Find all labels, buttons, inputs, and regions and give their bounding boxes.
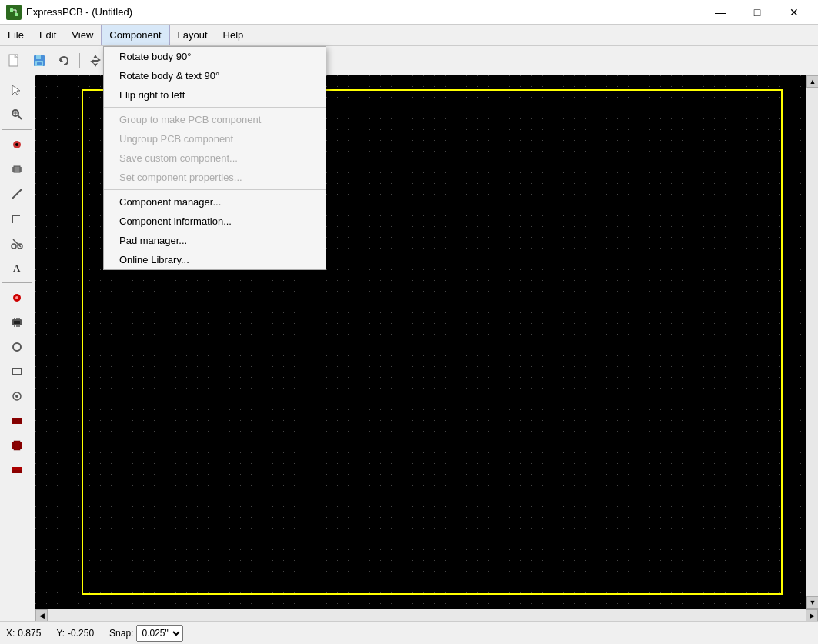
svg-rect-1 — [10, 8, 13, 12]
tool-ic[interactable] — [2, 158, 32, 181]
tool-layer2[interactable] — [2, 434, 32, 457]
svg-point-19 — [15, 143, 18, 146]
menu-online-library[interactable]: Online Library... — [104, 250, 326, 269]
scroll-right-button[interactable]: ▶ — [806, 609, 818, 622]
left-sep-2 — [2, 282, 32, 283]
y-label: Y: — [56, 628, 65, 639]
svg-marker-13 — [12, 85, 20, 95]
dropdown-sep-2 — [104, 189, 326, 190]
menu-ungroup-pcb[interactable]: Ungroup PCB component — [104, 129, 326, 148]
tool-corner[interactable] — [2, 207, 32, 230]
tool-via[interactable] — [2, 385, 32, 408]
svg-text:A: A — [13, 262, 21, 274]
scroll-up-button[interactable]: ▲ — [806, 75, 818, 88]
svg-point-29 — [12, 244, 16, 249]
dropdown-sep-1 — [104, 107, 326, 108]
toolbar-separator — [79, 53, 80, 68]
tool-select[interactable] — [2, 78, 32, 102]
menu-edit[interactable]: Edit — [32, 25, 64, 45]
tool-layer1[interactable] — [2, 409, 32, 432]
scroll-track-vertical[interactable] — [806, 88, 818, 596]
menu-group-pcb[interactable]: Group to make PCB component — [104, 110, 326, 129]
tool-circle[interactable] — [2, 335, 32, 359]
app-icon — [6, 5, 22, 20]
tool-line[interactable] — [2, 182, 32, 205]
title-bar: ExpressPCB - (Untitled) — □ ✕ — [0, 0, 818, 25]
bottom-scrollbar[interactable]: ◀ ▶ — [35, 609, 818, 621]
close-button[interactable]: ✕ — [776, 1, 812, 24]
svg-point-45 — [15, 395, 18, 398]
menu-flip-right[interactable]: Flip right to left — [104, 85, 326, 105]
menu-layout[interactable]: Layout — [170, 25, 215, 45]
component-dropdown: Rotate body 90° Rotate body & text 90° F… — [103, 46, 326, 270]
svg-line-28 — [13, 239, 21, 247]
menu-view[interactable]: View — [64, 25, 101, 45]
save-button[interactable] — [28, 50, 51, 72]
tool-cut[interactable] — [2, 232, 32, 255]
snap-label: Snap: — [109, 628, 133, 639]
svg-rect-2 — [15, 13, 18, 16]
title-left: ExpressPCB - (Untitled) — [6, 5, 132, 20]
menu-rotate-body-text[interactable]: Rotate body & text 90° — [104, 66, 326, 85]
scroll-track-horizontal[interactable] — [48, 609, 806, 621]
menu-pad-manager[interactable]: Pad manager... — [104, 231, 326, 250]
window-controls: — □ ✕ — [703, 1, 812, 24]
minimize-button[interactable]: — — [703, 1, 738, 24]
svg-point-42 — [13, 343, 21, 351]
undo-button[interactable] — [52, 50, 75, 72]
tool-red-pad[interactable] — [2, 286, 32, 309]
new-button[interactable] — [3, 50, 26, 72]
y-coord: Y: -0.250 — [56, 628, 94, 639]
tool-layer3[interactable] — [2, 459, 32, 482]
snap-setting: Snap: 0.005" 0.010" 0.025" 0.050" 0.100" — [109, 625, 183, 642]
svg-rect-8 — [36, 55, 41, 59]
snap-select[interactable]: 0.005" 0.010" 0.025" 0.050" 0.100" — [136, 625, 183, 642]
svg-line-15 — [18, 115, 22, 119]
left-toolbar: A — [0, 75, 35, 621]
left-sep-1 — [2, 129, 32, 130]
menu-rotate-body[interactable]: Rotate body 90° — [104, 47, 326, 66]
right-scrollbar[interactable]: ▲ ▼ — [806, 75, 818, 609]
tool-text[interactable]: A — [2, 256, 32, 279]
svg-rect-20 — [14, 166, 20, 172]
menu-component-info[interactable]: Component information... — [104, 212, 326, 231]
status-bar: X: 0.875 Y: -0.250 Snap: 0.005" 0.010" 0… — [0, 621, 818, 644]
menu-file[interactable]: File — [0, 25, 32, 45]
menu-save-custom[interactable]: Save custom component... — [104, 148, 326, 168]
y-value: -0.250 — [68, 628, 94, 639]
svg-rect-35 — [14, 321, 20, 324]
svg-rect-0 — [8, 7, 19, 18]
menu-help[interactable]: Help — [215, 25, 252, 45]
window-title: ExpressPCB - (Untitled) — [26, 6, 132, 18]
scroll-left-button[interactable]: ◀ — [35, 609, 48, 622]
svg-rect-43 — [12, 369, 22, 375]
menu-component-manager[interactable]: Component manager... — [104, 192, 326, 212]
menu-set-properties[interactable]: Set component properties... — [104, 168, 326, 187]
menu-component[interactable]: Component — [101, 25, 169, 45]
tool-search[interactable] — [2, 103, 32, 126]
tool-rect[interactable] — [2, 360, 32, 383]
svg-rect-53 — [12, 467, 22, 470]
tool-component[interactable] — [2, 311, 32, 334]
x-value: 0.875 — [18, 628, 41, 639]
svg-rect-10 — [37, 62, 42, 65]
menu-bar: File Edit View Component Layout Help — [0, 25, 818, 46]
x-coord: X: 0.875 — [6, 628, 41, 639]
tool-pad[interactable] — [2, 133, 32, 156]
svg-line-27 — [12, 189, 22, 199]
maximize-button[interactable]: □ — [740, 1, 775, 24]
x-label: X: — [6, 628, 15, 639]
scroll-down-button[interactable]: ▼ — [806, 596, 818, 609]
svg-rect-51 — [14, 441, 20, 450]
svg-marker-12 — [90, 55, 101, 67]
svg-point-33 — [15, 296, 18, 299]
